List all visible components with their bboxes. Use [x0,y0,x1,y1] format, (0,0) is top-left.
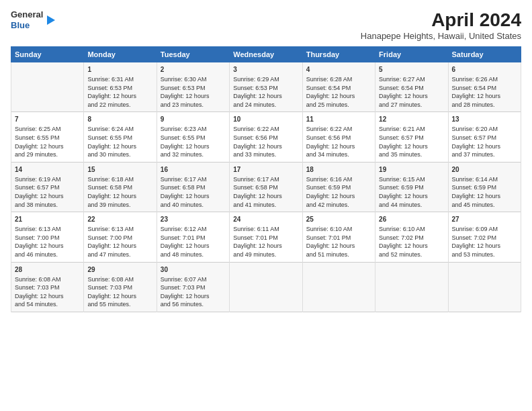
day-info-text: Sunset: 6:56 PM [233,134,298,142]
day-info-text: Daylight: 12 hours [233,192,298,201]
day-number: 27 [452,215,517,224]
day-info-text: Daylight: 12 hours [161,192,226,201]
day-info-text: and 27 minutes. [379,101,444,109]
day-info-text: Daylight: 12 hours [87,92,152,101]
day-info-text: Daylight: 12 hours [233,92,298,101]
day-number: 22 [87,215,152,224]
day-number: 13 [452,115,517,124]
logo: General Blue [11,9,56,30]
day-info-text: Sunset: 7:03 PM [15,283,80,292]
day-info-text: and 47 minutes. [87,250,152,259]
day-number: 9 [161,115,226,124]
day-info-text: Sunrise: 6:14 AM [452,175,517,184]
day-info-text: and 33 minutes. [233,150,298,159]
day-info-text: Daylight: 12 hours [379,92,444,101]
calendar-cell: 8Sunrise: 6:24 AMSunset: 6:55 PMDaylight… [84,112,157,162]
day-number: 19 [379,165,444,175]
day-info-text: Daylight: 12 hours [452,192,517,201]
day-info-text: and 45 minutes. [452,201,517,210]
day-info-text: Sunset: 6:59 PM [379,183,444,192]
day-info-text: Daylight: 12 hours [379,192,444,201]
calendar-cell: 10Sunrise: 6:22 AMSunset: 6:56 PMDayligh… [230,112,302,162]
day-info-text: Sunrise: 6:16 AM [306,175,371,184]
day-info-text: and 55 minutes. [87,300,152,309]
day-number: 29 [87,265,152,275]
day-info-text: Daylight: 12 hours [379,242,444,250]
calendar-cell [448,262,521,312]
day-info-text: and 48 minutes. [161,250,226,259]
header-tuesday: Tuesday [157,47,229,62]
calendar-cell: 30Sunrise: 6:07 AMSunset: 7:03 PMDayligh… [157,262,229,312]
calendar-cell: 2Sunrise: 6:30 AMSunset: 6:53 PMDaylight… [157,62,229,112]
day-info-text: Sunrise: 6:21 AM [379,125,444,134]
calendar-cell: 28Sunrise: 6:08 AMSunset: 7:03 PMDayligh… [11,262,84,312]
day-number: 18 [306,165,371,175]
day-info-text: and 37 minutes. [452,150,517,159]
day-info-text: Sunrise: 6:27 AM [379,75,444,84]
day-number: 4 [306,65,371,75]
day-info-text: Sunrise: 6:23 AM [161,125,226,134]
day-info-text: Sunrise: 6:11 AM [233,225,298,234]
day-number: 2 [161,65,226,75]
day-info-text: Sunrise: 6:13 AM [87,225,152,234]
day-info-text: Sunset: 7:02 PM [379,234,444,242]
day-number: 17 [233,165,298,175]
day-info-text: Sunrise: 6:17 AM [233,175,298,184]
calendar-cell: 19Sunrise: 6:15 AMSunset: 6:59 PMDayligh… [375,162,448,212]
page-title: April 2024 [361,9,521,31]
day-info-text: Sunrise: 6:18 AM [87,175,152,184]
day-info-text: Daylight: 12 hours [306,142,371,151]
day-info-text: Sunrise: 6:13 AM [15,225,80,234]
day-info-text: Sunset: 6:54 PM [452,84,517,93]
calendar-week-row: 7Sunrise: 6:25 AMSunset: 6:55 PMDaylight… [11,112,521,162]
day-info-text: Sunset: 6:57 PM [15,183,80,192]
day-info-text: Sunrise: 6:26 AM [452,75,517,84]
calendar-cell: 26Sunrise: 6:10 AMSunset: 7:02 PMDayligh… [375,212,448,262]
day-info-text: Sunset: 6:54 PM [306,84,371,93]
day-info-text: Sunrise: 6:08 AM [87,275,152,284]
day-number: 10 [233,115,298,124]
day-number: 25 [306,215,371,224]
day-number: 23 [161,215,226,224]
day-info-text: Daylight: 12 hours [452,242,517,250]
day-number: 15 [87,165,152,175]
calendar-cell: 12Sunrise: 6:21 AMSunset: 6:57 PMDayligh… [375,112,448,162]
day-info-text: Daylight: 12 hours [306,192,371,201]
header-thursday: Thursday [302,47,375,62]
day-info-text: Daylight: 12 hours [15,192,80,201]
day-info-text: and 40 minutes. [161,201,226,210]
calendar-cell: 21Sunrise: 6:13 AMSunset: 7:00 PMDayligh… [11,212,84,262]
calendar-cell: 7Sunrise: 6:25 AMSunset: 6:55 PMDaylight… [11,112,84,162]
calendar-week-row: 14Sunrise: 6:19 AMSunset: 6:57 PMDayligh… [11,162,521,212]
day-info-text: and 24 minutes. [233,101,298,109]
day-info-text: and 28 minutes. [452,101,517,109]
day-info-text: Sunrise: 6:22 AM [233,125,298,134]
day-info-text: Sunset: 6:55 PM [15,134,80,142]
day-info-text: and 29 minutes. [15,150,80,159]
day-info-text: Sunset: 7:00 PM [87,234,152,242]
calendar-cell: 22Sunrise: 6:13 AMSunset: 7:00 PMDayligh… [84,212,157,262]
day-info-text: Sunset: 6:58 PM [233,183,298,192]
day-info-text: and 46 minutes. [15,250,80,259]
day-info-text: Sunset: 6:59 PM [452,183,517,192]
header-saturday: Saturday [448,47,521,62]
calendar-week-row: 21Sunrise: 6:13 AMSunset: 7:00 PMDayligh… [11,212,521,262]
day-info-text: Daylight: 12 hours [15,242,80,250]
calendar-cell: 14Sunrise: 6:19 AMSunset: 6:57 PMDayligh… [11,162,84,212]
calendar-cell: 6Sunrise: 6:26 AMSunset: 6:54 PMDaylight… [448,62,521,112]
calendar-cell [302,262,375,312]
page-subtitle: Hanapepe Heights, Hawaii, United States [361,31,521,41]
day-info-text: and 41 minutes. [233,201,298,210]
calendar-header-row: Sunday Monday Tuesday Wednesday Thursday… [11,47,521,62]
day-info-text: Sunrise: 6:20 AM [452,125,517,134]
day-info-text: Sunrise: 6:10 AM [379,225,444,234]
day-number: 21 [15,215,80,224]
day-info-text: Daylight: 12 hours [452,92,517,101]
calendar-cell: 16Sunrise: 6:17 AMSunset: 6:58 PMDayligh… [157,162,229,212]
day-info-text: and 38 minutes. [15,201,80,210]
day-number: 20 [452,165,517,175]
day-number: 3 [233,65,298,75]
day-info-text: Sunset: 6:57 PM [452,134,517,142]
day-info-text: Sunset: 7:03 PM [87,283,152,292]
calendar-cell: 9Sunrise: 6:23 AMSunset: 6:55 PMDaylight… [157,112,229,162]
